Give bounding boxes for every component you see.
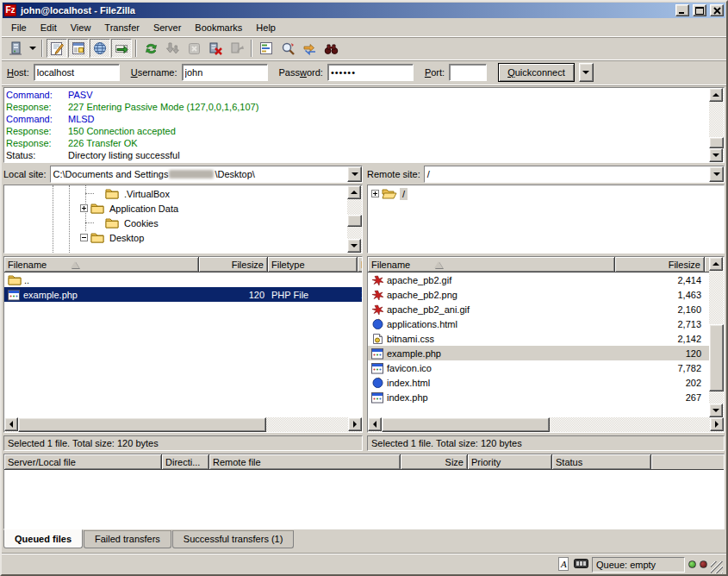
tab-failed-transfers[interactable]: Failed transfers [84, 530, 171, 548]
scrollbar-thumb[interactable] [18, 417, 266, 432]
file-row-selected[interactable]: example.php 120 [368, 346, 709, 360]
menu-bookmarks[interactable]: Bookmarks [189, 21, 248, 34]
column-size[interactable]: Size [401, 454, 468, 470]
column-direction[interactable]: Directi... [162, 454, 209, 470]
port-input[interactable] [449, 64, 487, 81]
local-list-header: Filename Filesize Filetype L [4, 257, 362, 272]
filezilla-window: Fz john@localhost - FileZilla File Edit … [0, 0, 728, 576]
toggle-local-tree-button[interactable] [68, 39, 89, 58]
column-priority[interactable]: Priority [468, 454, 552, 470]
process-queue-button[interactable] [162, 39, 183, 58]
directory-listing-filters-button[interactable] [256, 39, 277, 58]
find-files-button[interactable] [320, 39, 341, 58]
queue-body[interactable] [4, 470, 724, 529]
file-row-parent-dir[interactable]: .. [4, 272, 362, 287]
scrollbar-thumb[interactable] [709, 137, 724, 148]
toggle-remote-tree-button[interactable] [90, 39, 110, 58]
disconnect-icon [208, 41, 223, 56]
file-row[interactable]: apache_pb2.gif 2,414 [368, 272, 709, 287]
reconnect-button[interactable] [227, 39, 247, 58]
close-button[interactable] [710, 4, 724, 16]
scroll-down-button[interactable] [709, 148, 723, 162]
column-remote-file[interactable]: Remote file [209, 454, 401, 470]
local-tree-scrollbar[interactable] [347, 185, 362, 253]
combo-dropdown-button[interactable] [709, 166, 724, 182]
scrollbar-thumb[interactable] [347, 215, 362, 227]
scroll-up-button[interactable] [347, 185, 361, 199]
column-filesize[interactable]: Filesize [199, 257, 268, 272]
tree-item-virtualbox[interactable]: .VirtualBox [4, 186, 347, 201]
menu-transfer[interactable]: Transfer [98, 21, 146, 34]
scroll-left-button[interactable] [4, 417, 18, 431]
file-row[interactable]: favicon.ico 7,782 [368, 360, 709, 375]
file-row[interactable]: apache_pb2.png 1,463 [368, 287, 709, 302]
maximize-button[interactable] [693, 4, 706, 16]
scroll-right-button[interactable] [348, 417, 362, 431]
tab-successful-transfers[interactable]: Successful transfers (1) [172, 530, 295, 548]
toggle-message-log-button[interactable] [47, 39, 67, 58]
site-manager-dropdown[interactable] [27, 39, 38, 58]
column-lastmodified[interactable]: L [358, 257, 362, 272]
host-input[interactable] [34, 64, 120, 81]
site-manager-button[interactable] [5, 39, 26, 58]
quickconnect-dropdown[interactable] [579, 63, 594, 82]
menu-file[interactable]: File [5, 21, 33, 34]
directory-comparison-button[interactable] [277, 39, 298, 58]
scroll-up-button[interactable] [709, 257, 723, 271]
resize-grip[interactable] [711, 561, 723, 573]
remote-list-scrollbar[interactable] [709, 257, 724, 417]
dropdown-arrow-icon [713, 172, 720, 176]
column-filesize[interactable]: Filesize [615, 257, 705, 272]
refresh-button[interactable] [140, 39, 161, 58]
column-server-local-file[interactable]: Server/Local file [4, 454, 162, 470]
column-filename[interactable]: Filename [368, 257, 615, 272]
cancel-operation-button[interactable] [184, 39, 204, 58]
sort-ascending-icon [434, 261, 443, 268]
expand-icon[interactable] [371, 190, 379, 197]
column-filetype[interactable]: Filetype [268, 257, 358, 272]
file-row[interactable]: index.html 202 [368, 375, 709, 390]
scroll-down-button[interactable] [347, 239, 361, 253]
remote-site-combobox[interactable]: / [424, 166, 725, 183]
scroll-right-button[interactable] [710, 417, 724, 431]
expand-icon[interactable] [80, 204, 88, 212]
combo-dropdown-button[interactable] [347, 166, 362, 182]
disconnect-button[interactable] [205, 39, 226, 58]
password-input[interactable] [327, 64, 414, 81]
filter-icon [259, 41, 274, 56]
toggle-transfer-queue-button[interactable] [111, 39, 132, 58]
minimize-button[interactable] [675, 4, 689, 16]
collapse-icon[interactable] [80, 234, 88, 241]
menu-help[interactable]: Help [250, 21, 282, 34]
scroll-left-button[interactable] [368, 417, 382, 431]
username-input[interactable] [182, 64, 268, 81]
scroll-up-button[interactable] [709, 88, 723, 102]
status-bar: A Queue: empty [2, 554, 726, 574]
minimize-icon [678, 7, 687, 15]
local-site-combobox[interactable]: C:\Documents and Settings\Desktop\ [50, 166, 363, 183]
tree-item-desktop[interactable]: Desktop [4, 230, 347, 245]
scroll-down-button[interactable] [709, 404, 723, 417]
tree-item-cookies[interactable]: Cookies [4, 216, 347, 230]
remote-horizontal-scrollbar[interactable] [368, 417, 724, 432]
synchronized-browsing-button[interactable] [299, 39, 320, 58]
file-row[interactable]: index.php 267 [368, 390, 709, 404]
file-row[interactable]: bitnami.css 2,142 [368, 331, 709, 346]
tree-item-application-data[interactable]: Application Data [4, 201, 347, 216]
file-row[interactable]: applications.html 2,713 [368, 316, 709, 331]
tab-queued-files[interactable]: Queued files [3, 529, 83, 548]
message-log-scrollbar[interactable] [709, 88, 724, 162]
menu-edit[interactable]: Edit [34, 21, 63, 34]
scrollbar-thumb[interactable] [709, 324, 724, 391]
menu-view[interactable]: View [65, 21, 97, 34]
menu-server[interactable]: Server [147, 21, 187, 34]
local-horizontal-scrollbar[interactable] [4, 417, 362, 432]
file-row[interactable]: apache_pb2_ani.gif 2,160 [368, 302, 709, 316]
scrollbar-thumb[interactable] [382, 417, 550, 432]
tree-item-root[interactable]: / [368, 186, 724, 201]
column-filename[interactable]: Filename [4, 257, 199, 272]
quickconnect-button[interactable]: Quickconnect [498, 63, 575, 82]
column-status[interactable]: Status [552, 454, 651, 470]
title-bar: Fz john@localhost - FileZilla [3, 3, 725, 18]
file-row-example-php[interactable]: example.php 120 PHP File 1 [4, 287, 362, 302]
